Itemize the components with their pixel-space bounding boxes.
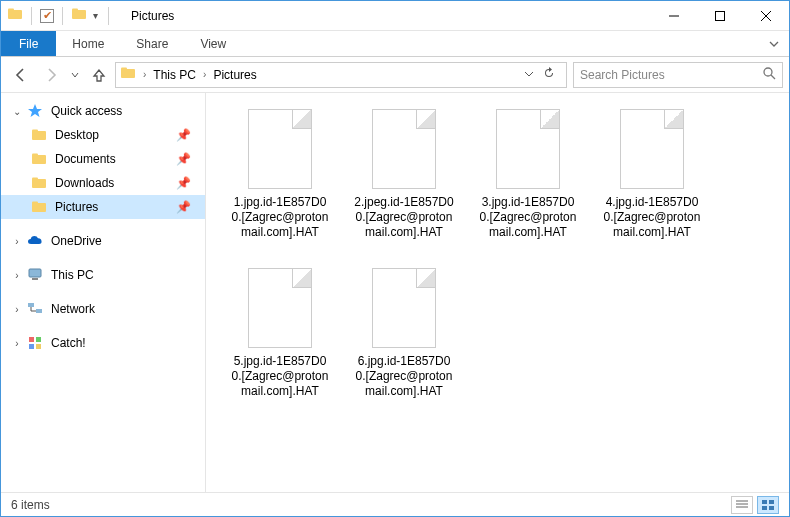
quick-access-root[interactable]: ⌄ Quick access (1, 99, 205, 123)
chevron-right-icon[interactable]: › (11, 338, 23, 349)
explorer-window: ✔ ▾ Pictures File Home Share View › (0, 0, 790, 517)
tab-view[interactable]: View (184, 31, 242, 56)
sidebar-item-downloads[interactable]: Downloads 📌 (1, 171, 205, 195)
svg-rect-24 (29, 337, 34, 342)
navigation-bar: › This PC › Pictures Search Pictures (1, 57, 789, 93)
svg-rect-31 (762, 500, 767, 504)
tab-share[interactable]: Share (120, 31, 184, 56)
minimize-button[interactable] (651, 1, 697, 30)
location-icon (120, 65, 136, 84)
svg-rect-25 (36, 337, 41, 342)
tab-home[interactable]: Home (56, 31, 120, 56)
file-item[interactable]: 2.jpeg.id-1E857D00.[Zagrec@protonmail.co… (354, 109, 454, 240)
folder-icon (31, 151, 47, 167)
chevron-right-icon[interactable]: › (11, 270, 23, 281)
details-view-button[interactable] (731, 496, 753, 514)
folder-icon (31, 175, 47, 191)
file-thumbnail-icon (248, 109, 312, 189)
window-title: Pictures (119, 9, 174, 23)
sidebar-item-label: Documents (51, 152, 116, 166)
pin-icon: 📌 (176, 128, 205, 142)
network-icon (27, 301, 43, 317)
breadcrumb-current[interactable]: Pictures (213, 68, 256, 82)
catch-icon (27, 335, 43, 351)
sidebar-item-catch[interactable]: › Catch! (1, 331, 205, 355)
file-name: 2.jpeg.id-1E857D00.[Zagrec@protonmail.co… (354, 195, 454, 240)
file-name: 3.jpg.id-1E857D00.[Zagrec@protonmail.com… (478, 195, 578, 240)
address-bar[interactable]: › This PC › Pictures (115, 62, 567, 88)
ribbon-tabs: File Home Share View (1, 31, 789, 57)
search-input[interactable]: Search Pictures (573, 62, 783, 88)
file-thumbnail-icon (496, 109, 560, 189)
folder-icon (31, 199, 47, 215)
quick-access-label: Quick access (47, 104, 122, 118)
pin-icon: 📌 (176, 176, 205, 190)
file-tab[interactable]: File (1, 31, 56, 56)
svg-rect-1 (8, 8, 14, 11)
svg-rect-34 (769, 506, 774, 510)
svg-rect-33 (762, 506, 767, 510)
svg-rect-21 (32, 278, 38, 280)
svg-rect-13 (32, 130, 38, 133)
folder-icon (31, 127, 47, 143)
sidebar-item-desktop[interactable]: Desktop 📌 (1, 123, 205, 147)
app-icon (7, 6, 23, 26)
breadcrumb-thispc[interactable]: This PC (153, 68, 196, 82)
sidebar-item-pictures[interactable]: Pictures 📌 (1, 195, 205, 219)
navigation-pane: ⌄ Quick access Desktop 📌 Documents 📌 Dow… (1, 93, 206, 492)
file-name: 5.jpg.id-1E857D00.[Zagrec@protonmail.com… (230, 354, 330, 399)
up-button[interactable] (85, 61, 113, 89)
quick-access-toolbar: ✔ ▾ (1, 6, 119, 26)
chevron-right-icon[interactable]: › (11, 304, 23, 315)
sidebar-item-label: Downloads (51, 176, 114, 190)
search-icon (762, 66, 776, 83)
svg-rect-26 (29, 344, 34, 349)
sidebar-item-label: Pictures (51, 200, 98, 214)
svg-rect-19 (32, 202, 38, 205)
svg-rect-27 (36, 344, 41, 349)
svg-rect-5 (716, 11, 725, 20)
refresh-icon[interactable] (542, 66, 556, 83)
icons-view-button[interactable] (757, 496, 779, 514)
file-item[interactable]: 1.jpg.id-1E857D00.[Zagrec@protonmail.com… (230, 109, 330, 240)
qat-dropdown-icon[interactable]: ▾ (91, 10, 100, 21)
file-thumbnail-icon (372, 268, 436, 348)
sidebar-item-onedrive[interactable]: › OneDrive (1, 229, 205, 253)
file-item[interactable]: 6.jpg.id-1E857D00.[Zagrec@protonmail.com… (354, 268, 454, 399)
chevron-right-icon[interactable]: › (200, 69, 209, 80)
svg-rect-9 (121, 68, 127, 71)
file-item[interactable]: 4.jpg.id-1E857D00.[Zagrec@protonmail.com… (602, 109, 702, 240)
file-item[interactable]: 5.jpg.id-1E857D00.[Zagrec@protonmail.com… (230, 268, 330, 399)
computer-icon (27, 267, 43, 283)
file-item[interactable]: 3.jpg.id-1E857D00.[Zagrec@protonmail.com… (478, 109, 578, 240)
chevron-right-icon[interactable]: › (140, 69, 149, 80)
svg-rect-32 (769, 500, 774, 504)
forward-button[interactable] (37, 61, 65, 89)
sidebar-item-label: This PC (47, 268, 94, 282)
svg-rect-20 (29, 269, 41, 277)
maximize-button[interactable] (697, 1, 743, 30)
sidebar-item-label: Catch! (47, 336, 86, 350)
qat-properties-icon[interactable]: ✔ (40, 9, 54, 23)
sidebar-item-documents[interactable]: Documents 📌 (1, 147, 205, 171)
body: ⌄ Quick access Desktop 📌 Documents 📌 Dow… (1, 93, 789, 492)
expand-ribbon-icon[interactable] (759, 31, 789, 56)
chevron-right-icon[interactable]: › (11, 236, 23, 247)
address-dropdown-icon[interactable] (524, 68, 534, 82)
qat-newfolder-icon[interactable] (71, 6, 87, 26)
pin-icon: 📌 (176, 200, 205, 214)
svg-rect-22 (28, 303, 34, 307)
svg-rect-15 (32, 154, 38, 157)
recent-dropdown-icon[interactable] (67, 61, 83, 89)
sidebar-item-label: OneDrive (47, 234, 102, 248)
chevron-down-icon[interactable]: ⌄ (11, 106, 23, 117)
content-pane[interactable]: 1.jpg.id-1E857D00.[Zagrec@protonmail.com… (206, 93, 789, 492)
sidebar-item-thispc[interactable]: › This PC (1, 263, 205, 287)
back-button[interactable] (7, 61, 35, 89)
close-button[interactable] (743, 1, 789, 30)
svg-point-10 (764, 68, 772, 76)
sidebar-item-network[interactable]: › Network (1, 297, 205, 321)
file-name: 4.jpg.id-1E857D00.[Zagrec@protonmail.com… (602, 195, 702, 240)
svg-rect-3 (72, 8, 78, 11)
file-thumbnail-icon (620, 109, 684, 189)
